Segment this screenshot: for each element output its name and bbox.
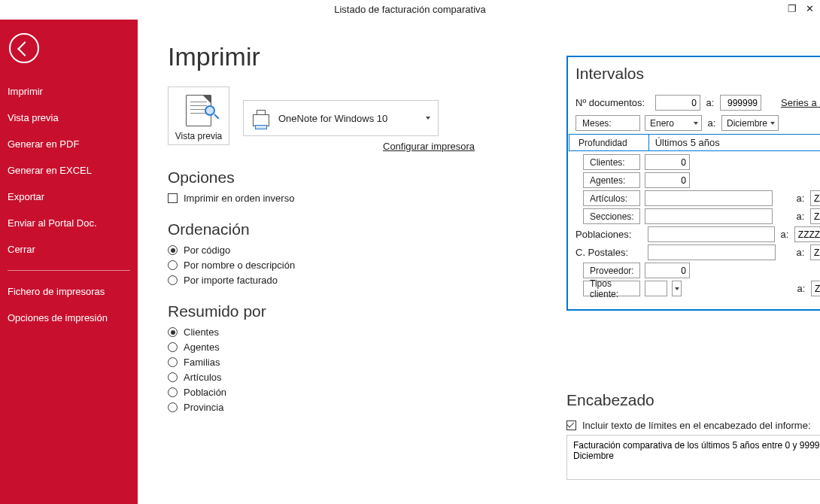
chevron-down-icon	[426, 117, 430, 120]
vista-previa-button[interactable]: Vista previa	[168, 87, 229, 145]
reverse-print-label: Imprimir en orden inverso	[184, 193, 294, 204]
ndoc-from-input[interactable]	[655, 95, 700, 111]
tiposcliente-to-input[interactable]	[811, 281, 820, 296]
tiposcliente-button[interactable]: Tipos cliente:	[583, 281, 640, 296]
radio-icon	[168, 342, 178, 352]
encabezado-text[interactable]	[566, 435, 820, 480]
checkbox-icon	[168, 193, 178, 203]
radio-icon	[168, 260, 178, 270]
res-agentes[interactable]: Agentes	[168, 342, 812, 353]
profundidad-select[interactable]: Últimos 5 años	[648, 135, 820, 150]
articulos-from-input[interactable]	[645, 190, 773, 206]
include-limits-label: Incluir texto de límites en el encabezad…	[582, 420, 811, 431]
printer-select[interactable]: OneNote for Windows 10	[243, 100, 439, 136]
articulos-button[interactable]: Artículos:	[583, 190, 640, 206]
articulos-to-input[interactable]	[810, 190, 820, 206]
vista-previa-label: Vista previa	[175, 131, 222, 141]
configure-printer-link[interactable]: Configurar impresora	[383, 141, 475, 152]
agentes-button[interactable]: Agentes:	[583, 172, 640, 188]
secciones-from-input[interactable]	[645, 208, 773, 224]
restore-icon[interactable]: ❐	[788, 2, 797, 17]
sidebar-item-fichero-impresoras[interactable]: Fichero de impresoras	[0, 278, 138, 305]
cpostales-label: C. Postales:	[576, 247, 643, 258]
series-imprimir-link[interactable]: Series a imprimir:	[781, 97, 820, 108]
secciones-to-input[interactable]	[810, 208, 820, 224]
agentes-from-input[interactable]	[645, 172, 690, 188]
tiposcliente-from-input[interactable]	[645, 281, 667, 296]
radio-icon	[168, 402, 178, 412]
magnifier-icon	[205, 105, 221, 122]
printer-name: OneNote for Windows 10	[278, 113, 387, 124]
cpostales-to-input[interactable]	[810, 244, 820, 260]
clientes-button[interactable]: Clientes:	[583, 154, 640, 170]
intervalos-panel: Intervalos Nº documentos: a: Series a im…	[566, 56, 820, 311]
include-limits-checkbox[interactable]: Incluir texto de límites en el encabezad…	[566, 420, 820, 431]
clientes-from-input[interactable]	[645, 154, 690, 170]
sidebar-item-cerrar[interactable]: Cerrar	[0, 236, 138, 263]
poblaciones-from-input[interactable]	[648, 226, 775, 242]
sidebar-item-generar-pdf[interactable]: Generar en PDF	[0, 131, 138, 157]
title-bar: Listado de facturación comparativa ❐ ✕	[0, 0, 820, 20]
printer-icon	[251, 110, 271, 126]
secciones-button[interactable]: Secciones:	[583, 208, 640, 224]
checkbox-icon	[566, 421, 576, 430]
profundidad-row: Profundidad Últimos 5 años	[569, 134, 820, 151]
proveedor-input[interactable]	[645, 263, 690, 278]
sidebar-item-exportar[interactable]: Exportar	[0, 184, 138, 210]
sidebar-item-imprimir[interactable]: Imprimir	[0, 78, 138, 105]
close-icon[interactable]: ✕	[806, 2, 814, 17]
res-clientes[interactable]: Clientes	[168, 326, 812, 338]
sidebar: Imprimir Vista previa Generar en PDF Gen…	[0, 20, 138, 504]
sidebar-item-opciones-impresion[interactable]: Opciones de impresión	[0, 305, 138, 331]
mes-from-select[interactable]: Enero	[645, 115, 702, 131]
ndoc-label: Nº documentos:	[576, 97, 651, 108]
intervalos-heading: Intervalos	[576, 65, 820, 83]
poblaciones-label: Poblaciones:	[576, 229, 643, 240]
res-familias[interactable]: Familias	[168, 357, 812, 368]
window-title: Listado de facturación comparativa	[334, 4, 486, 15]
radio-icon	[168, 372, 178, 382]
sidebar-item-enviar-portal[interactable]: Enviar al Portal Doc.	[0, 210, 138, 236]
sidebar-item-generar-excel[interactable]: Generar en EXCEL	[0, 157, 138, 184]
radio-icon	[168, 245, 178, 255]
encabezado-panel: Encabezado Incluir texto de límites en e…	[566, 391, 820, 482]
radio-icon	[168, 357, 178, 367]
profundidad-button[interactable]: Profundidad	[576, 135, 630, 150]
radio-icon	[168, 275, 178, 285]
radio-icon	[168, 387, 178, 397]
mes-to-select[interactable]: Diciembre	[721, 115, 779, 131]
encabezado-heading: Encabezado	[566, 391, 820, 409]
res-articulos[interactable]: Artículos	[168, 372, 812, 383]
proveedor-button[interactable]: Proveedor:	[583, 263, 640, 278]
poblaciones-to-input[interactable]	[794, 226, 820, 242]
sidebar-item-vista-previa[interactable]: Vista previa	[0, 105, 138, 131]
meses-button[interactable]: Meses:	[576, 115, 640, 131]
cpostales-from-input[interactable]	[648, 244, 776, 260]
ndoc-to-input[interactable]	[720, 95, 761, 111]
radio-icon	[168, 327, 178, 337]
tiposcliente-from-dd[interactable]	[672, 281, 682, 296]
back-button[interactable]	[9, 33, 39, 63]
